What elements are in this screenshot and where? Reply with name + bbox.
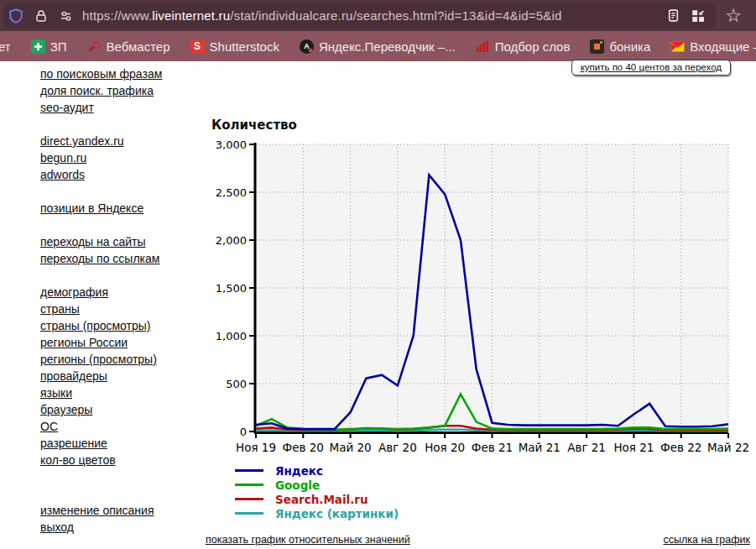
legend-label: Яндекс [275,464,323,478]
sidebar-link[interactable]: ОС [40,418,162,435]
sidebar-link[interactable]: seo-аудит [40,99,162,116]
sidebar-link[interactable]: провайдеры [40,368,162,384]
legend-label: Search.Mail.ru [275,493,368,506]
sidebar-link[interactable]: по поисковым фразам [40,65,162,82]
y-tick-label: 2,500 [216,186,247,199]
sidebar-link[interactable]: adwords [40,166,162,183]
chart-series-line [256,426,728,430]
sidebar-group: по поисковым фразамдоля поиск. трафикаse… [40,65,162,116]
bookmark-item[interactable]: Входящие — Яндекс [670,39,756,54]
sidebar-link[interactable]: регионы России [40,334,162,351]
buy-cpc-button[interactable]: купить по 40 центов за переход [571,60,731,76]
bookmark-item[interactable]: ЗП [31,39,67,54]
bookmark-item[interactable]: Подбор слов [476,39,571,54]
url-bar[interactable]: https://www.liveinternet.ru/stat/individ… [3,3,716,29]
legend-swatch [235,469,263,472]
sidebar-link[interactable]: регионы (просмотры) [40,351,162,368]
sidebar-nav: по поисковым фразамдоля поиск. трафикаse… [40,65,162,549]
bookmark-label: ет [0,39,11,54]
sidebar-link[interactable]: переходы по ссылкам [40,250,162,267]
x-tick-label: Авг 21 [567,441,606,454]
chart-series-line [256,430,728,431]
mail-envelope-favicon-icon [670,39,685,54]
extension-grid-icon[interactable] [686,3,711,29]
bookmark-item[interactable]: ет [0,39,11,54]
x-tick-label: Ноя 20 [425,441,465,454]
y-tick-label: 500 [226,378,247,390]
chart-series-line [256,395,728,430]
tracking-protection-shield-icon[interactable] [3,3,29,29]
y-tick-label: 3,000 [216,139,247,151]
red-wrench-favicon-icon [87,39,102,54]
green-plus-favicon-icon [31,39,45,54]
bookmark-star-icon[interactable]: ☆ [721,2,746,29]
chart-title: Количество [211,118,297,133]
sidebar-link[interactable]: разрешение [40,435,162,452]
sidebar-link[interactable]: кол-во цветов [40,452,162,468]
bookmark-item[interactable]: SShutterstock [190,39,279,54]
chart-legend: ЯндексGoogleSearch.Mail.ruЯндекс (картин… [235,463,399,520]
bookmark-item[interactable]: Вебмастер [87,39,170,54]
legend-label: Google [275,478,320,492]
graph-permalink[interactable]: ссылка на график [664,534,750,546]
sidebar-link[interactable]: begun.ru [40,149,162,166]
sidebar-group: демографиястраныстраны (просмотры)регион… [40,284,162,468]
url-domain: liveinternet.ru [152,8,230,23]
y-tick-label: 0 [240,426,247,438]
sidebar-link[interactable]: direct.yandex.ru [40,133,162,149]
legend-swatch [235,484,263,486]
show-relative-values-link[interactable]: показать график относительных значений [206,534,410,546]
legend-item: Google [235,478,399,492]
bookmark-label: Shutterstock [210,39,279,54]
sidebar-group: изменение описаниявыход [40,502,162,536]
browser-toolbar: https://www.liveinternet.ru/stat/individ… [0,0,756,31]
legend-item: Search.Mail.ru [235,492,399,506]
sidebar-link[interactable]: страны (просмотры) [40,317,162,334]
legend-swatch [235,498,263,500]
bookmarks-bar: етЗПВебмастерSShutterstockAЯндекс.Перево… [0,31,756,61]
sidebar-group: переходы на сайтыпереходы по ссылкам [40,233,162,267]
sidebar-link[interactable]: позиции в Яндексе [40,200,162,217]
sidebar-link[interactable]: страны [40,301,162,317]
sidebar-link[interactable]: браузеры [40,401,162,418]
bookmark-item[interactable]: AЯндекс.Переводчик –... [300,39,456,54]
bookmark-label: Входящие — Яндекс [690,39,756,54]
https-lock-icon[interactable] [29,3,54,29]
site-permissions-icon[interactable] [54,3,79,29]
sidebar-link[interactable]: языки [40,384,162,401]
x-tick-label: Фев 21 [472,441,513,454]
bookmark-item[interactable]: боника [590,39,650,54]
translator-favicon-icon: A [300,39,314,54]
chart-series-line [256,175,728,430]
sidebar-link[interactable]: демография [40,284,162,301]
y-tick-label: 1,500 [216,282,247,295]
legend-label: Яндекс (картинки) [275,507,399,520]
dark-orange-square-favicon-icon [590,39,604,54]
url-prefix: https://www. [82,8,152,23]
sidebar-group: direct.yandex.rubegun.ruadwords [40,133,162,183]
chart-plot-area [257,144,728,431]
legend-item: Яндекс (картинки) [235,506,399,520]
url-path: /stat/individualcare.ru/searches.html?id… [230,8,561,23]
bookmark-label: Подбор слов [495,39,571,54]
page-content: по поисковым фразамдоля поиск. трафикаse… [0,61,756,549]
sidebar-group: позиции в Яндексе [40,200,162,217]
x-tick-label: Май 22 [707,441,749,454]
y-tick-label: 2,000 [216,234,247,247]
x-tick-label: Фев 20 [283,441,324,454]
x-tick-label: Май 20 [330,441,372,454]
red-bars-favicon-icon [476,39,490,54]
reader-view-icon[interactable] [660,3,686,29]
sidebar-link[interactable]: доля поиск. трафика [40,82,162,99]
sidebar-link[interactable]: изменение описания [40,502,162,519]
bookmark-label: боника [609,39,650,54]
sidebar-link[interactable]: выход [40,519,162,536]
y-tick-label: 1,000 [216,330,247,342]
legend-item: Яндекс [235,463,399,478]
bookmark-label: Яндекс.Переводчик –... [319,39,456,54]
x-tick-label: Авг 20 [378,441,417,454]
sidebar-link[interactable]: переходы на сайты [40,233,162,250]
url-text[interactable]: https://www.liveinternet.ru/stat/individ… [82,8,562,23]
url-fade-overlay [580,4,639,27]
shutterstock-favicon-icon: S [190,39,205,54]
